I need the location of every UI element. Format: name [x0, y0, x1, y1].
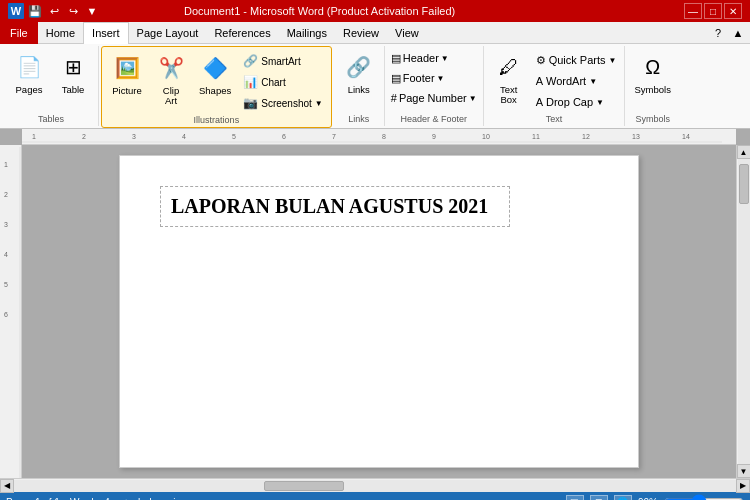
page-indicator: Page: 1 of 1 — [6, 497, 60, 501]
svg-text:12: 12 — [582, 133, 590, 140]
svg-text:8: 8 — [382, 133, 386, 140]
wordart-chevron: ▼ — [589, 77, 597, 86]
file-menu-btn[interactable]: File — [0, 22, 38, 44]
header-btn[interactable]: ▤ Header ▼ — [389, 48, 479, 68]
dropcap-btn[interactable]: A Drop Cap ▼ — [532, 92, 621, 112]
review-menu-item[interactable]: Review — [335, 22, 387, 44]
mailings-menu-item[interactable]: Mailings — [279, 22, 335, 44]
horizontal-scrollbar: ◀ ▶ — [0, 478, 750, 492]
status-bar: Page: 1 of 1 Words: 4 ✓ Indonesian ▣ ⊞ 🌐… — [0, 492, 750, 500]
footer-btn[interactable]: ▤ Footer ▼ — [389, 68, 479, 88]
svg-text:9: 9 — [432, 133, 436, 140]
vertical-scrollbar[interactable]: ▲ ▼ — [736, 145, 750, 478]
quickparts-icon: ⚙ — [536, 54, 546, 67]
symbols-btn[interactable]: Ω Symbols — [629, 48, 675, 98]
wordart-label: WordArt — [546, 75, 586, 87]
shapes-btn[interactable]: 🔷 Shapes — [194, 49, 236, 99]
smartart-icon: 🔗 — [242, 53, 258, 69]
view-menu-item[interactable]: View — [387, 22, 427, 44]
ruler-vertical: 1 2 3 4 5 6 — [0, 145, 22, 478]
close-btn[interactable]: ✕ — [724, 3, 742, 19]
scroll-h-track[interactable] — [14, 480, 736, 492]
document-title[interactable]: LAPORAN BULAN AGUSTUS 2021 — [160, 186, 510, 227]
view-fullscreen-btn[interactable]: ⊞ — [590, 495, 608, 500]
svg-text:5: 5 — [232, 133, 236, 140]
qat-dropdown-btn[interactable]: ▼ — [84, 3, 100, 19]
footer-icon: ▤ — [391, 72, 401, 85]
chart-icon: 📊 — [242, 74, 258, 90]
spell-check-icon: ✓ — [120, 497, 128, 501]
chart-btn[interactable]: 📊 Chart — [238, 72, 327, 92]
screenshot-btn[interactable]: 📷 Screenshot ▼ — [238, 93, 327, 113]
window-title: Document1 - Microsoft Word (Product Acti… — [184, 5, 455, 17]
redo-qat-btn[interactable]: ↪ — [65, 3, 81, 19]
scroll-v-thumb[interactable] — [739, 164, 749, 204]
word-icon: W — [8, 3, 24, 19]
pagenumber-chevron: ▼ — [469, 94, 477, 103]
ribbon-group-tables: 📄 Pages ⊞ Table Tables — [4, 46, 99, 126]
pagenumber-icon: # — [391, 92, 397, 104]
ribbon-collapse-btn[interactable]: ▲ — [730, 25, 746, 41]
clipart-btn[interactable]: ✂️ ClipArt — [150, 49, 192, 110]
pages-icon: 📄 — [13, 51, 45, 83]
quickparts-btn[interactable]: ⚙ Quick Parts ▼ — [532, 50, 621, 70]
help-btn[interactable]: ? — [710, 25, 726, 41]
maximize-btn[interactable]: □ — [704, 3, 722, 19]
picture-label: Picture — [112, 86, 142, 96]
references-menu-item[interactable]: References — [206, 22, 278, 44]
svg-text:10: 10 — [482, 133, 490, 140]
home-menu-item[interactable]: Home — [38, 22, 83, 44]
view-web-btn[interactable]: 🌐 — [614, 495, 632, 500]
scroll-v-track[interactable] — [738, 159, 750, 464]
pages-btn[interactable]: 📄 Pages — [8, 48, 50, 98]
pagenumber-label: Page Number — [399, 92, 467, 104]
scroll-h-thumb[interactable] — [264, 481, 344, 491]
wordart-icon: A — [536, 75, 543, 87]
svg-text:5: 5 — [4, 281, 8, 288]
scroll-down-btn[interactable]: ▼ — [737, 464, 751, 478]
scroll-right-btn[interactable]: ▶ — [736, 479, 750, 493]
header-chevron: ▼ — [441, 54, 449, 63]
ribbon: 📄 Pages ⊞ Table Tables 🖼️ Picture ✂️ C — [0, 44, 750, 129]
quickparts-chevron: ▼ — [609, 56, 617, 65]
shapes-label: Shapes — [199, 86, 231, 96]
svg-text:4: 4 — [182, 133, 186, 140]
svg-text:2: 2 — [4, 191, 8, 198]
undo-qat-btn[interactable]: ↩ — [46, 3, 62, 19]
hf-btns: ▤ Header ▼ ▤ Footer ▼ # Page Number ▼ — [389, 48, 479, 108]
hf-group-label: Header & Footer — [389, 112, 479, 126]
textbox-icon: 🖊 — [493, 51, 525, 83]
menu-bar-right: ? ▲ — [710, 25, 750, 41]
table-btn[interactable]: ⊞ Table — [52, 48, 94, 98]
save-qat-btn[interactable]: 💾 — [27, 3, 43, 19]
table-label: Table — [62, 85, 85, 95]
ribbon-group-hf: ▤ Header ▼ ▤ Footer ▼ # Page Number ▼ — [385, 46, 484, 126]
links-btn[interactable]: 🔗 Links — [338, 48, 380, 98]
zoom-indicator: 90% — [638, 497, 658, 501]
quick-access-toolbar: W 💾 ↩ ↪ ▼ — [8, 3, 100, 19]
scroll-up-btn[interactable]: ▲ — [737, 145, 751, 159]
scroll-left-btn[interactable]: ◀ — [0, 479, 14, 493]
svg-text:1: 1 — [4, 161, 8, 168]
pages-label: Pages — [16, 85, 43, 95]
pagenumber-btn[interactable]: # Page Number ▼ — [389, 88, 479, 108]
picture-btn[interactable]: 🖼️ Picture — [106, 49, 148, 99]
textbox-btn[interactable]: 🖊 TextBox — [488, 48, 530, 109]
menu-bar: File Home Insert Page Layout References … — [0, 22, 750, 44]
illus-right-btns: 🔗 SmartArt 📊 Chart 📷 Screenshot ▼ — [238, 49, 327, 113]
ruler-horizontal: // Can't run scripts inside SVG like thi… — [22, 129, 736, 145]
window-controls: — □ ✕ — [684, 3, 742, 19]
clipart-icon: ✂️ — [155, 52, 187, 84]
svg-text:3: 3 — [4, 221, 8, 228]
insert-menu-item[interactable]: Insert — [83, 22, 129, 44]
view-print-btn[interactable]: ▣ — [566, 495, 584, 500]
minimize-btn[interactable]: — — [684, 3, 702, 19]
screenshot-icon: 📷 — [242, 95, 258, 111]
pagelayout-menu-item[interactable]: Page Layout — [129, 22, 207, 44]
smartart-label: SmartArt — [261, 56, 300, 67]
text-group-label: Text — [488, 112, 621, 126]
screenshot-label: Screenshot — [261, 98, 312, 109]
smartart-btn[interactable]: 🔗 SmartArt — [238, 51, 327, 71]
wordart-btn[interactable]: A WordArt ▼ — [532, 71, 621, 91]
svg-text:7: 7 — [332, 133, 336, 140]
